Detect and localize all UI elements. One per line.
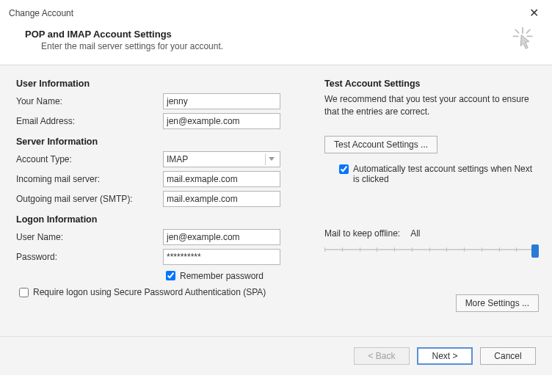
outgoing-input[interactable] bbox=[163, 191, 280, 207]
test-account-button[interactable]: Test Account Settings ... bbox=[324, 136, 437, 153]
offline-slider-area: Mail to keep offline: All bbox=[324, 228, 539, 258]
auto-test-checkbox[interactable] bbox=[339, 164, 349, 174]
wizard-header: POP and IMAP Account Settings Enter the … bbox=[0, 23, 552, 65]
recommend-text: We recommend that you test your account … bbox=[324, 93, 539, 118]
outgoing-label: Outgoing mail server (SMTP): bbox=[16, 194, 163, 204]
incoming-input[interactable] bbox=[163, 171, 280, 187]
your-name-label: Your Name: bbox=[16, 96, 163, 106]
your-name-input[interactable] bbox=[163, 93, 280, 109]
auto-test-label: Automatically test account settings when… bbox=[353, 164, 537, 184]
test-settings-head: Test Account Settings bbox=[324, 79, 539, 89]
header-title: POP and IMAP Account Settings bbox=[25, 29, 546, 40]
spa-label: Require logon using Secure Password Auth… bbox=[33, 287, 266, 299]
next-button[interactable]: Next > bbox=[417, 347, 473, 365]
offline-slider[interactable] bbox=[324, 244, 539, 258]
more-settings-button[interactable]: More Settings ... bbox=[456, 294, 539, 312]
incoming-label: Incoming mail server: bbox=[16, 174, 163, 184]
title-bar: Change Account ✕ bbox=[0, 0, 552, 23]
email-input[interactable] bbox=[163, 113, 280, 129]
close-icon[interactable]: ✕ bbox=[525, 6, 543, 20]
username-input[interactable] bbox=[163, 229, 280, 245]
password-label: Password: bbox=[16, 252, 163, 262]
cancel-button[interactable]: Cancel bbox=[480, 347, 536, 365]
back-button[interactable]: < Back bbox=[354, 347, 410, 365]
email-label: Email Address: bbox=[16, 116, 163, 126]
account-type-value: IMAP bbox=[167, 154, 188, 164]
slider-label: Mail to keep offline: bbox=[324, 228, 400, 239]
svg-line-3 bbox=[515, 29, 519, 33]
body: User Information Your Name: Email Addres… bbox=[0, 65, 552, 336]
remember-password-checkbox[interactable] bbox=[166, 271, 175, 280]
spa-checkbox[interactable] bbox=[19, 288, 29, 297]
window-title: Change Account bbox=[9, 8, 73, 18]
password-input[interactable] bbox=[163, 249, 280, 265]
left-column: User Information Your Name: Email Addres… bbox=[16, 76, 310, 329]
chevron-down-icon bbox=[265, 153, 277, 165]
slider-value: All bbox=[410, 228, 420, 239]
slider-thumb[interactable] bbox=[531, 244, 539, 258]
header-subtitle: Enter the mail server settings for your … bbox=[41, 41, 546, 51]
slider-ticks bbox=[324, 247, 534, 252]
remember-password-label: Remember password bbox=[180, 271, 264, 281]
username-label: User Name: bbox=[16, 232, 163, 242]
user-info-head: User Information bbox=[16, 79, 310, 89]
logon-info-head: Logon Information bbox=[16, 214, 310, 225]
wizard-footer: < Back Next > Cancel bbox=[0, 336, 552, 375]
account-type-select: IMAP bbox=[163, 151, 280, 167]
account-type-label: Account Type: bbox=[16, 154, 163, 164]
right-column: Test Account Settings We recommend that … bbox=[310, 76, 539, 329]
server-info-head: Server Information bbox=[16, 137, 310, 147]
cursor-click-icon bbox=[509, 26, 536, 52]
svg-line-4 bbox=[526, 29, 530, 33]
